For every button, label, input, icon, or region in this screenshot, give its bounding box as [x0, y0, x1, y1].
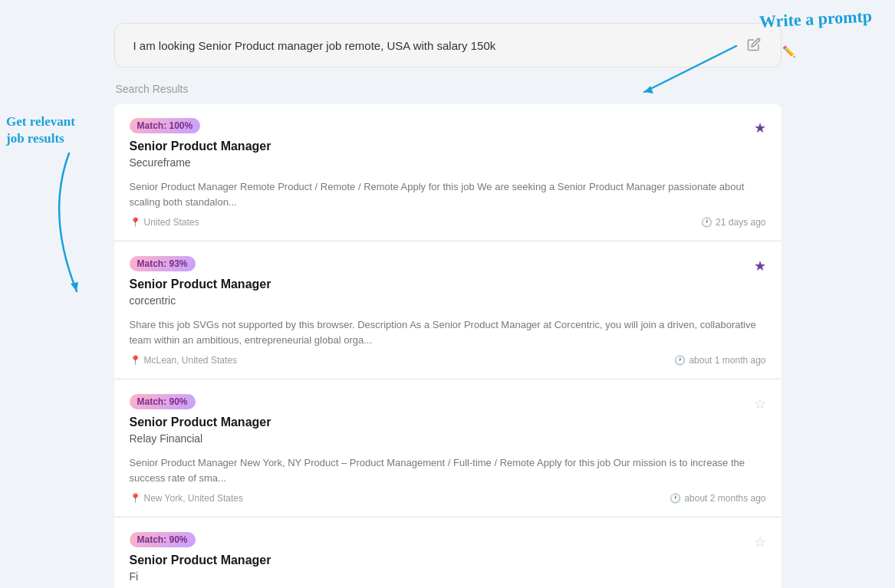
clock-icon-2: 🕐 [674, 355, 686, 366]
location-text-3: New York, United States [144, 493, 243, 504]
company-2: corcentric [130, 294, 271, 307]
svg-marker-1 [71, 282, 78, 291]
star-button-1[interactable]: ★ [754, 120, 766, 136]
svg-text:✏️: ✏️ [782, 45, 796, 58]
job-card-header-4: Match: 90% Senior Product Manager Fi ☆ [130, 532, 766, 588]
job-description-1: Senior Product Manager Remote Product / … [130, 179, 766, 209]
job-time-3: 🕐 about 2 months ago [670, 493, 765, 504]
job-meta-1: 📍 United States 🕐 21 days ago [130, 217, 766, 228]
location-text-2: McLean, United States [144, 355, 237, 366]
job-card-header-3: Match: 90% Senior Product Manager Relay … [130, 394, 766, 451]
job-card-left-2: Match: 93% Senior Product Manager corcen… [130, 256, 271, 313]
star-button-3[interactable]: ☆ [754, 396, 766, 412]
time-text-1: 21 days ago [716, 217, 765, 228]
results-label: Search Results [114, 83, 781, 95]
job-card-4[interactable]: Match: 90% Senior Product Manager Fi ☆ S… [114, 518, 781, 588]
job-location-3: 📍 New York, United States [130, 493, 243, 504]
job-location-1: 📍 United States [130, 217, 199, 228]
job-card-left-1: Match: 100% Senior Product Manager Secur… [130, 118, 271, 175]
job-card-header-2: Match: 93% Senior Product Manager corcen… [130, 256, 766, 313]
match-badge-1: Match: 100% [130, 118, 201, 133]
time-text-2: about 1 month ago [689, 355, 765, 366]
job-card-1[interactable]: Match: 100% Senior Product Manager Secur… [114, 104, 781, 241]
match-badge-2: Match: 93% [130, 256, 196, 271]
match-badge-4: Match: 90% [130, 532, 196, 547]
match-badge-3: Match: 90% [130, 394, 196, 409]
job-card-3[interactable]: Match: 90% Senior Product Manager Relay … [114, 380, 781, 517]
job-location-2: 📍 McLean, United States [130, 355, 237, 366]
company-4: Fi [130, 570, 271, 583]
annotation-relevant-results: Get relevantjob results [6, 113, 75, 147]
location-pin-icon-2: 📍 [130, 355, 141, 366]
job-card-left-3: Match: 90% Senior Product Manager Relay … [130, 394, 271, 451]
company-1: Secureframe [130, 156, 271, 169]
job-description-3: Senior Product Manager New York, NY Prod… [130, 455, 766, 485]
job-card-2[interactable]: Match: 93% Senior Product Manager corcen… [114, 242, 781, 379]
job-card-left-4: Match: 90% Senior Product Manager Fi [130, 532, 271, 588]
job-card-header-1: Match: 100% Senior Product Manager Secur… [130, 118, 766, 175]
results-list: Match: 100% Senior Product Manager Secur… [114, 104, 781, 588]
time-text-3: about 2 months ago [684, 493, 765, 504]
location-pin-icon-1: 📍 [130, 217, 141, 228]
search-query: I am looking Senior Product manager job … [133, 39, 496, 52]
star-button-4[interactable]: ☆ [754, 534, 766, 550]
job-title-1: Senior Product Manager [130, 140, 271, 153]
clock-icon-3: 🕐 [670, 493, 681, 504]
job-title-3: Senior Product Manager [130, 416, 271, 429]
search-box[interactable]: I am looking Senior Product manager job … [114, 23, 781, 67]
job-title-2: Senior Product Manager [130, 278, 271, 291]
company-3: Relay Financial [130, 432, 271, 445]
star-button-2[interactable]: ★ [754, 258, 766, 274]
job-time-2: 🕐 about 1 month ago [674, 355, 765, 366]
clock-icon-1: 🕐 [701, 217, 712, 228]
location-pin-icon-3: 📍 [130, 493, 141, 504]
edit-icon[interactable] [747, 38, 762, 53]
job-description-2: Share this job SVGs not supported by thi… [130, 317, 766, 347]
job-title-4: Senior Product Manager [130, 554, 271, 567]
job-time-1: 🕐 21 days ago [701, 217, 765, 228]
job-meta-3: 📍 New York, United States 🕐 about 2 mont… [130, 493, 766, 504]
location-text-1: United States [144, 217, 199, 228]
job-meta-2: 📍 McLean, United States 🕐 about 1 month … [130, 355, 766, 366]
